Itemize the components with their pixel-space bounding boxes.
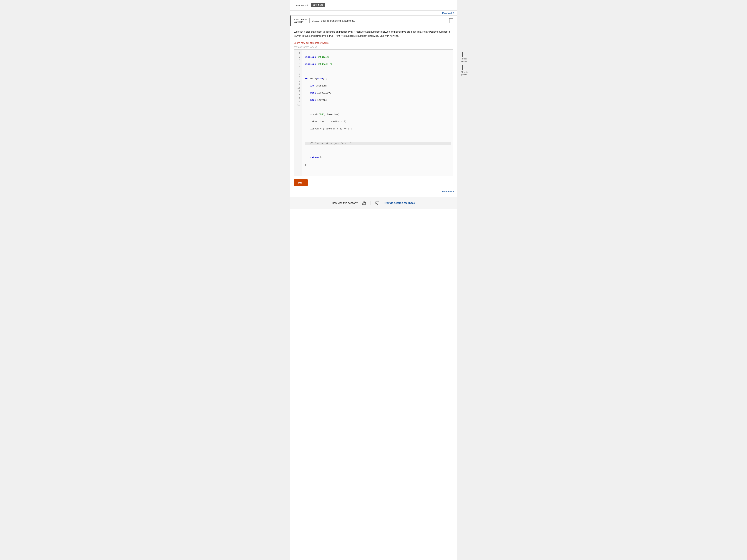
code-editor-wrapper: 1 2 3 4 5 6 7 8 9 10 11 12 13 14 15 16 [294, 49, 453, 176]
code-editor-container: 1 2 3 4 5 6 7 8 9 10 11 12 13 14 15 16 [292, 49, 455, 176]
section-question: How was this section? [332, 202, 358, 205]
test2-label: All testspassed [461, 71, 467, 76]
line-num-7: 7 [294, 73, 302, 76]
thumb-divider [370, 201, 371, 205]
code-line-4: int main(void) { [305, 77, 451, 81]
code-line-2: #include <stdbool.h> [305, 62, 451, 66]
test-panel: 1 testpassed All testspassed [457, 49, 472, 78]
output-badge: Not teen [311, 3, 325, 7]
test1-icon [462, 52, 466, 57]
code-line-5: int userNum; [305, 84, 451, 88]
output-label: Your output [296, 4, 308, 7]
line-num-3: 3 [294, 59, 302, 62]
code-line-15: return 0; [305, 156, 451, 159]
thumbs-down-button[interactable] [374, 201, 380, 205]
line-num-1: 1 [294, 52, 302, 55]
test-badge-1: 1 testpassed [461, 52, 467, 62]
code-line-13: /* Your solution goes here */ [305, 142, 451, 145]
bookmark-icon[interactable] [449, 18, 453, 23]
line-num-13: 13 [294, 93, 302, 97]
line-num-4: 4 [294, 62, 302, 66]
code-line-8 [305, 106, 451, 109]
code-line-7: bool isEven; [305, 99, 451, 102]
test-badge-2: All testspassed [461, 65, 467, 76]
line-num-9: 9 [294, 79, 302, 83]
run-area: Run [290, 176, 457, 189]
run-button[interactable]: Run [294, 179, 308, 186]
line-num-6: 6 [294, 69, 302, 73]
code-line-12 [305, 134, 451, 138]
code-line-11: isEven = ((userNum % 2) == 0); [305, 127, 451, 131]
test1-label: 1 testpassed [461, 58, 467, 62]
thumbs-down-icon [375, 201, 379, 205]
code-line-9: scanf("%d", &userNum); [305, 113, 451, 116]
bottom-bar: How was this section? Provide section fe… [290, 197, 457, 209]
line-num-16: 16 [294, 104, 302, 107]
thumbs-up-button[interactable] [361, 201, 367, 205]
line-num-8: 8 [294, 76, 302, 79]
code-line-16: } [305, 163, 451, 167]
code-line-6: bool isPositive; [305, 91, 451, 95]
code-id: 530188 3957088.qx3zqy7 [290, 45, 457, 49]
challenge-label: CHALLENGE ACTIVITY [294, 18, 307, 23]
provide-feedback-button[interactable]: Provide section feedback [384, 202, 415, 205]
code-content[interactable]: #include <stdio.h> #include <stdbool.h> … [302, 50, 453, 176]
line-num-2: 2 [294, 55, 302, 59]
test2-icon [462, 65, 466, 70]
line-numbers: 1 2 3 4 5 6 7 8 9 10 11 12 13 14 15 16 [294, 50, 302, 176]
code-line-1: #include <stdio.h> [305, 56, 451, 59]
code-line-3 [305, 70, 451, 73]
line-num-5: 5 [294, 66, 302, 69]
feedback-top-link[interactable]: Feedback? [442, 12, 454, 15]
code-line-14 [305, 149, 451, 152]
feedback-top-area: Feedback? [290, 10, 457, 16]
thumbs-up-icon [362, 201, 366, 205]
challenge-header: CHALLENGE ACTIVITY 3.12.2: Bool in branc… [290, 16, 457, 26]
learn-link[interactable]: Learn how our autograder works [294, 42, 329, 44]
output-section: Your output Not teen [290, 0, 457, 10]
challenge-title: 3.12.2: Bool in branching statements. [312, 19, 355, 22]
challenge-divider [309, 18, 310, 23]
line-num-15: 15 [294, 100, 302, 104]
line-num-12: 12 [294, 90, 302, 93]
feedback-bottom-area: Feedback? [290, 189, 457, 195]
code-line-10: isPositive = (userNum > 0); [305, 120, 451, 124]
line-num-10: 10 [294, 83, 302, 86]
feedback-bottom-link[interactable]: Feedback? [442, 190, 454, 193]
line-num-11: 11 [294, 86, 302, 90]
line-num-14: 14 [294, 97, 302, 100]
main-content: CHALLENGE ACTIVITY 3.12.2: Bool in branc… [290, 16, 457, 195]
problem-description: Write an if-else statement to describe a… [290, 26, 457, 40]
